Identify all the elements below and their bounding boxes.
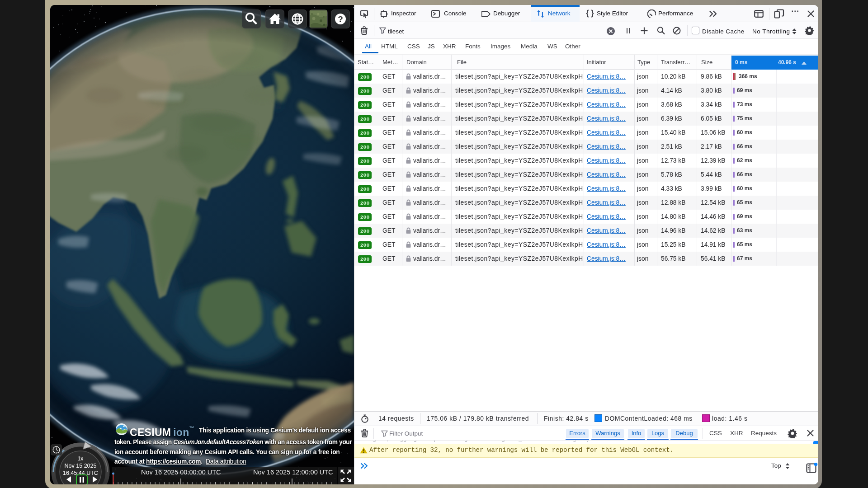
svg-text:1x: 1x: [78, 455, 84, 462]
svg-text:?: ?: [338, 14, 343, 24]
svg-text:Nov 15 2025: Nov 15 2025: [65, 463, 97, 469]
